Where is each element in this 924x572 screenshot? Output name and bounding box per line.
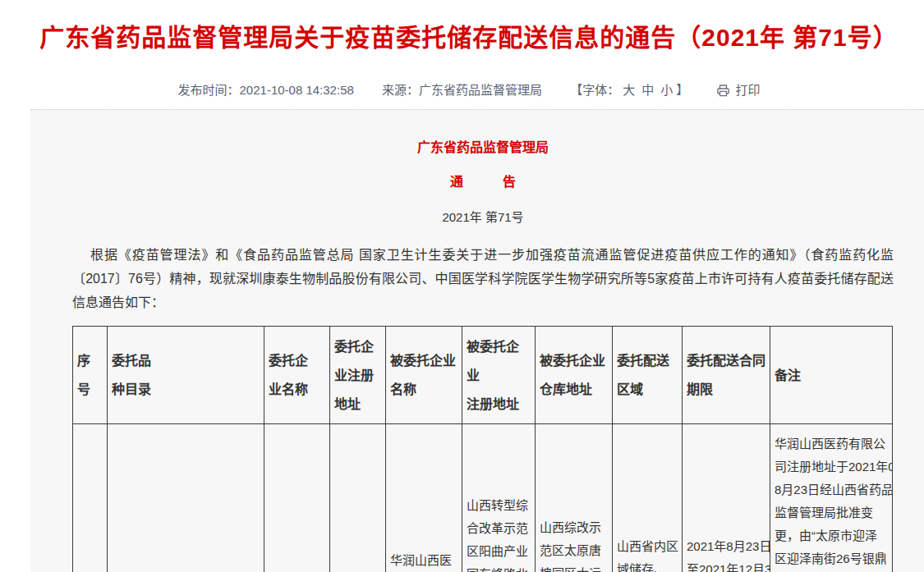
- cell-trustee-reg-address: 山西转型综 合改革示范 区阳曲产业 园东峰路北 段21号唐久: [462, 424, 536, 572]
- publish-time: 发布时间：2021-10-08 14:32:58: [178, 84, 354, 97]
- cell-delivery-region: 山西省内区 域储存、区 域配送: [613, 424, 683, 572]
- font-size-control: 【字体：大中小】: [570, 84, 688, 97]
- col-header-seq: 序 号: [73, 327, 108, 424]
- col-header-remarks: 备注: [770, 327, 893, 424]
- table-header-row: 序 号 委托品 种目录 委托企 业名称 委托企 业注册 地址 被委托企业 名称 …: [73, 327, 893, 424]
- cell-trustee-name: 华润山西医 药有限公司: [386, 424, 462, 572]
- printer-icon: [716, 84, 730, 97]
- article-body: 广东省药品监督管理局 通 告 2021年 第71号 根据《疫苗管理法》和《食品药…: [30, 110, 894, 572]
- col-header-contract-period: 委托配送合同 期限: [683, 327, 770, 424]
- col-header-trustee-reg-address: 被委托企 业 注册地址: [462, 327, 536, 424]
- col-header-trustee-name: 被委托企业 名称: [386, 327, 462, 424]
- source: 来源：广东省药品监督管理局: [382, 84, 542, 97]
- content-panel: 广东省药品监督管理局 通 告 2021年 第71号 根据《疫苗管理法》和《食品药…: [30, 109, 924, 572]
- print-label: 打印: [735, 83, 760, 97]
- cell-client-name: [264, 424, 330, 572]
- font-medium-link[interactable]: 中: [641, 83, 654, 97]
- source-value: 广东省药品监督管理局: [419, 83, 542, 97]
- cell-trustee-warehouse: 山西综改示 范区太原唐 槐园区大运 路20号（正: [536, 424, 613, 572]
- article-header: 广东省药品监督管理局关于疫苗委托储存配送信息的通告（2021年 第71号） 发布…: [0, 0, 924, 97]
- font-control-close: 】: [676, 83, 688, 97]
- notice-type-heading: 通 告: [72, 176, 894, 189]
- source-label: 来源：: [382, 83, 419, 97]
- col-header-client-name: 委托企 业名称: [264, 327, 330, 424]
- col-header-trustee-warehouse: 被委托企业 仓库地址: [536, 327, 613, 424]
- font-control-open: 【字体：: [570, 83, 619, 97]
- cell-catalog: [108, 424, 264, 572]
- col-header-catalog: 委托品 种目录: [108, 327, 264, 424]
- col-header-delivery-region: 委托配送 区域: [613, 327, 683, 424]
- agency-name: 广东省药品监督管理局: [72, 110, 894, 154]
- cell-remarks: 华润山西医药有限公 司注册地址于2021年0 8月23日经山西省药品 监督管理局…: [770, 424, 893, 572]
- publish-time-value: 2021-10-08 14:32:58: [240, 83, 354, 97]
- font-large-link[interactable]: 大: [623, 83, 635, 97]
- cell-client-reg-address: [330, 424, 386, 572]
- col-header-client-reg-address: 委托企 业注册 地址: [330, 327, 386, 424]
- cell-seq: [73, 424, 108, 572]
- intro-paragraph: 根据《疫苗管理法》和《食品药品监管总局 国家卫生计生委关于进一步加强疫苗流通监管…: [72, 243, 894, 314]
- meta-bar: 发布时间：2021-10-08 14:32:58 来源：广东省药品监督管理局 【…: [30, 84, 908, 97]
- font-small-link[interactable]: 小: [660, 83, 673, 97]
- publish-time-label: 发布时间：: [178, 83, 240, 97]
- print-button[interactable]: 打印: [716, 84, 760, 97]
- cell-contract-period: 2021年8月23日 至2021年12月3 1日: [683, 424, 770, 572]
- page-title: 广东省药品监督管理局关于疫苗委托储存配送信息的通告（2021年 第71号）: [30, 21, 908, 54]
- vaccine-delegation-table: 序 号 委托品 种目录 委托企 业名称 委托企 业注册 地址 被委托企业 名称 …: [72, 326, 893, 572]
- table-row: 华润山西医 药有限公司 山西转型综 合改革示范 区阳曲产业 园东峰路北 段21号…: [73, 424, 893, 572]
- doc-number: 2021年 第71号: [72, 211, 894, 223]
